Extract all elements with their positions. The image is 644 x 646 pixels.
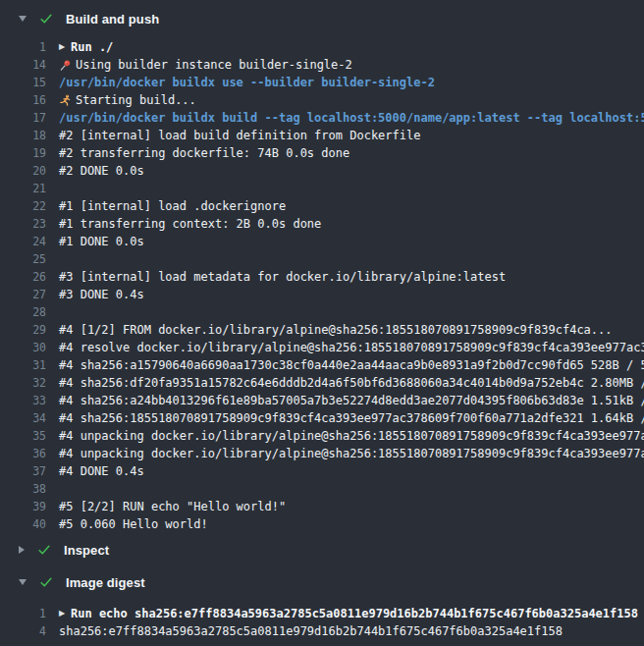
expand-log-group-icon[interactable]: ▶ <box>59 605 71 622</box>
line-number[interactable]: 37 <box>0 462 46 480</box>
success-check-icon-slot <box>37 543 51 557</box>
line-number[interactable]: 29 <box>0 321 46 339</box>
log-line: 29#4 [1/2] FROM docker.io/library/alpine… <box>0 321 644 339</box>
log-text: #1 transferring context: 2B 0.0s done <box>59 215 321 233</box>
log-text: #4 unpacking docker.io/library/alpine@sh… <box>59 427 644 445</box>
log-text: ▶Run echo sha256:e7ff8834a5963a2785c5a08… <box>59 605 638 622</box>
log-text: #4 [1/2] FROM docker.io/library/alpine@s… <box>59 321 613 339</box>
pushpin-icon <box>59 59 72 72</box>
line-number[interactable]: 1 <box>0 605 46 622</box>
line-number[interactable]: 27 <box>0 286 46 303</box>
success-check-icon <box>37 543 51 557</box>
line-number[interactable]: 33 <box>0 392 46 409</box>
success-check-icon <box>39 12 53 26</box>
step-header-inspect[interactable]: Inspect <box>0 533 644 566</box>
line-number[interactable]: 28 <box>0 303 46 321</box>
line-number[interactable]: 26 <box>0 268 46 286</box>
line-number[interactable]: 14 <box>0 56 46 74</box>
log-lines-image-digest: 1▶Run echo sha256:e7ff8834a5963a2785c5a0… <box>0 598 644 640</box>
log-text: #4 sha256:a24bb4013296f61e89ba57005a7b3e… <box>59 392 644 409</box>
step-header-image-digest[interactable]: Image digest <box>0 566 644 598</box>
log-line: 37#4 DONE 0.4s <box>0 462 644 480</box>
runner-icon <box>59 94 72 107</box>
log-line: 25 <box>0 250 644 268</box>
log-text: #3 DONE 0.4s <box>59 286 144 303</box>
log-text: #1 [internal] load .dockerignore <box>59 197 286 215</box>
line-number[interactable]: 38 <box>0 480 46 498</box>
log-line: 35#4 unpacking docker.io/library/alpine@… <box>0 427 644 445</box>
log-line: 14 Using builder instance builder-single… <box>0 56 644 74</box>
line-number[interactable]: 18 <box>0 127 46 144</box>
log-line: 40#5 0.060 Hello world! <box>0 515 644 533</box>
line-number[interactable]: 32 <box>0 374 46 392</box>
step-title: Build and push <box>66 12 159 27</box>
log-text: #4 sha256:185518070891758909c9f839cf4ca3… <box>59 409 644 427</box>
log-text: #4 sha256:df20fa9351a15782c64e6dddb2d4a6… <box>59 374 644 392</box>
log-line: 24#1 DONE 0.0s <box>0 233 644 250</box>
log-lines-build-and-push: 1▶Run ./14 Using builder instance builde… <box>0 37 644 533</box>
line-number[interactable]: 1 <box>0 38 46 56</box>
line-number[interactable]: 39 <box>0 498 46 515</box>
line-number[interactable]: 21 <box>0 180 46 197</box>
step-title: Image digest <box>66 575 145 590</box>
run-command-text: Run ./ <box>71 38 113 56</box>
line-number[interactable]: 40 <box>0 515 46 533</box>
log-text: #2 transferring dockerfile: 74B 0.0s don… <box>59 144 349 162</box>
log-line: 38 <box>0 480 644 498</box>
chevron-down-icon <box>19 16 27 22</box>
step-section-image-digest: Image digest 1▶Run echo sha256:e7ff8834a… <box>0 566 644 640</box>
step-section-inspect: Inspect <box>0 533 644 566</box>
log-line: 19#2 transferring dockerfile: 74B 0.0s d… <box>0 144 644 162</box>
log-line: 39#5 [2/2] RUN echo "Hello world!" <box>0 498 644 515</box>
log-line: 31#4 sha256:a15790640a6690aa1730c38cf0a4… <box>0 356 644 374</box>
line-number[interactable]: 35 <box>0 427 46 445</box>
github-actions-log: Build and push 1▶Run ./14 Using builder … <box>0 0 644 646</box>
line-number[interactable]: 30 <box>0 339 46 356</box>
log-text: ▶Run ./ <box>59 38 113 56</box>
line-number[interactable]: 19 <box>0 144 46 162</box>
log-line: 32#4 sha256:df20fa9351a15782c64e6dddb2d4… <box>0 374 644 392</box>
step-header-build-and-push[interactable]: Build and push <box>0 0 644 37</box>
log-line: 1▶Run echo sha256:e7ff8834a5963a2785c5a0… <box>0 605 644 622</box>
log-text: sha256:e7ff8834a5963a2785c5a0811e979d16b… <box>59 622 563 640</box>
line-number[interactable]: 25 <box>0 250 46 268</box>
line-number[interactable]: 16 <box>0 91 46 109</box>
line-number[interactable]: 23 <box>0 215 46 233</box>
info-text: Using builder instance builder-single-2 <box>76 56 352 74</box>
line-number[interactable]: 24 <box>0 233 46 250</box>
line-number[interactable]: 4 <box>0 622 46 640</box>
log-line: 20#2 DONE 0.0s <box>0 162 644 180</box>
log-text: #4 sha256:a15790640a6690aa1730c38cf0a440… <box>59 356 644 374</box>
step-title: Inspect <box>64 543 109 558</box>
log-text: #3 [internal] load metadata for docker.i… <box>59 268 506 286</box>
log-line: 22#1 [internal] load .dockerignore <box>0 197 644 215</box>
log-text: Starting build... <box>59 91 196 109</box>
log-line: 21 <box>0 180 644 197</box>
log-text: #4 resolve docker.io/library/alpine@sha2… <box>59 339 644 356</box>
log-line: 34#4 sha256:185518070891758909c9f839cf4c… <box>0 409 644 427</box>
log-text: #2 DONE 0.0s <box>59 162 144 180</box>
log-line: 16 Starting build... <box>0 91 644 109</box>
expand-log-group-icon[interactable]: ▶ <box>59 38 71 56</box>
info-text: Starting build... <box>76 91 196 109</box>
log-line: 27#3 DONE 0.4s <box>0 286 644 303</box>
line-number[interactable]: 20 <box>0 162 46 180</box>
line-number[interactable]: 36 <box>0 445 46 462</box>
line-number[interactable]: 15 <box>0 74 46 91</box>
log-text: Using builder instance builder-single-2 <box>59 56 352 74</box>
line-number[interactable]: 22 <box>0 197 46 215</box>
line-number[interactable]: 34 <box>0 409 46 427</box>
log-line: 1▶Run ./ <box>0 38 644 56</box>
log-line: 33#4 sha256:a24bb4013296f61e89ba57005a7b… <box>0 392 644 409</box>
line-number[interactable]: 31 <box>0 356 46 374</box>
log-line: 30#4 resolve docker.io/library/alpine@sh… <box>0 339 644 356</box>
log-text: #5 [2/2] RUN echo "Hello world!" <box>59 498 286 515</box>
line-number[interactable]: 17 <box>0 109 46 127</box>
success-check-icon-slot <box>39 12 53 26</box>
log-line: 4sha256:e7ff8834a5963a2785c5a0811e979d16… <box>0 622 644 640</box>
log-text: /usr/bin/docker buildx use --builder bui… <box>59 74 435 91</box>
log-text: #4 DONE 0.4s <box>59 462 144 480</box>
log-text: #4 unpacking docker.io/library/alpine@sh… <box>59 445 644 462</box>
step-section-build-and-push: Build and push 1▶Run ./14 Using builder … <box>0 0 644 533</box>
success-check-icon-slot <box>39 575 53 589</box>
